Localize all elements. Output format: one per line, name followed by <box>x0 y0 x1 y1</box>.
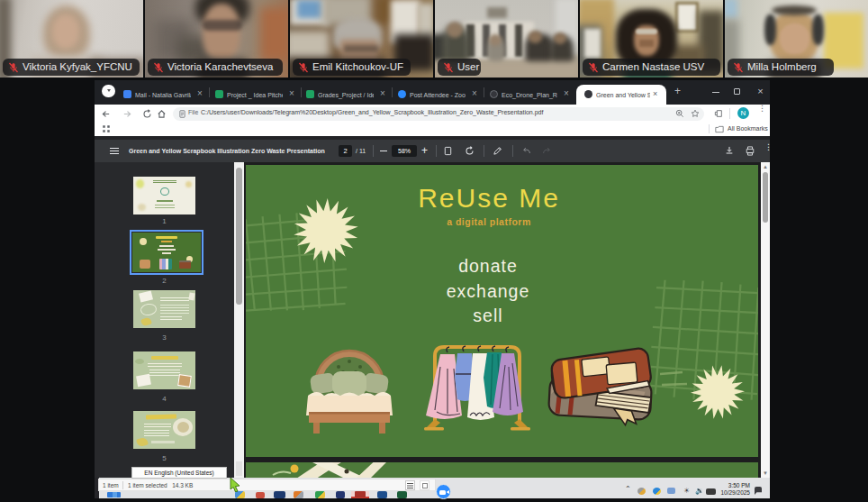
svg-text:donate: donate <box>458 256 518 276</box>
svg-text:a digital platform: a digital platform <box>447 216 531 227</box>
svg-text:exchange: exchange <box>447 281 530 301</box>
svg-text:ReUse Me: ReUse Me <box>418 183 560 213</box>
svg-text:sell: sell <box>473 306 502 325</box>
